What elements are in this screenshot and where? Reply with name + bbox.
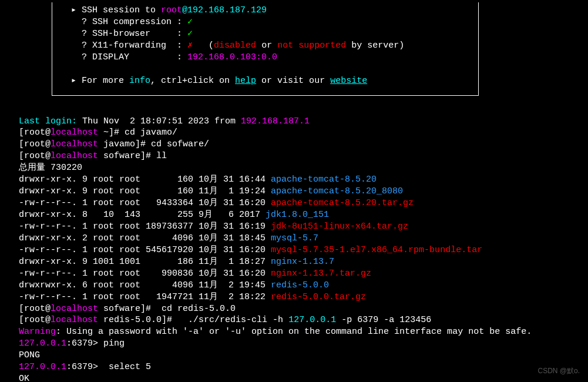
ok-line: OK (19, 373, 588, 382)
display-line: ? DISPLAY : 192.168.0.103:0.0 (71, 52, 469, 63)
terminal-output[interactable]: ▸ SSH session to root@192.168.187.129 ? … (0, 0, 588, 382)
website-link[interactable]: website (330, 76, 367, 86)
redis-select: 127.0.0.1:6379> select 5 (19, 361, 588, 373)
prompt-cd-redis: [root@localhost sofware]# cd redis-5.0.0 (19, 303, 588, 315)
ssh-session-line: ▸ SSH session to root@192.168.187.129 (71, 5, 469, 16)
file-name: nginx-1.13.7 (271, 257, 334, 267)
file-name: redis-5.0.0.tar.gz (271, 292, 366, 302)
file-name: jdk-8u151-linux-x64.tar.gz (271, 222, 408, 232)
prompt-cd-sofware: [root@localhost javamo]# cd sofware/ (19, 139, 588, 150)
ls-row: -rw-r--r--. 1 root root 9433364 10月 31 1… (19, 197, 588, 209)
ls-row: -rw-r--r--. 1 root root 990836 10月 31 16… (19, 268, 588, 280)
ls-row: -rw-r--r--. 1 root root 545617920 10月 31… (19, 244, 588, 256)
ls-row: -rw-r--r--. 1 root root 1947721 11月 2 18… (19, 291, 588, 303)
ssh-browser-line: ? SSH-browser : ✓ (71, 28, 469, 40)
ls-output: drwxr-xr-x. 9 root root 160 10月 31 16:44… (19, 174, 588, 303)
ls-row: drwxr-xr-x. 9 1001 1001 186 11月 1 18:27 … (19, 256, 588, 268)
pong-line: PONG (19, 350, 588, 361)
more-info-line: ▸ For more info, ctrl+click on help or v… (71, 75, 469, 87)
ls-row: drwxr-xr-x. 9 root root 160 11月 1 19:24 … (19, 186, 588, 197)
ls-row: drwxr-xr-x. 8 10 143 255 9月 6 2017 jdk1.… (19, 209, 588, 221)
file-name: nginx-1.13.7.tar.gz (271, 269, 371, 279)
ssh-info-box: ▸ SSH session to root@192.168.187.129 ? … (52, 2, 479, 96)
file-name: mysql-5.7.35-1.el7.x86_64.rpm-bundle.tar (271, 245, 482, 255)
prompt-ll: [root@localhost sofware]# ll (19, 150, 588, 162)
ls-row: drwxrwxr-x. 6 root root 4096 11月 2 19:45… (19, 280, 588, 291)
ls-row: drwxr-xr-x. 9 root root 160 10月 31 16:44… (19, 174, 588, 186)
total-line: 总用量 730220 (19, 162, 588, 174)
file-name: jdk1.8.0_151 (266, 210, 329, 220)
prompt-cd-javamo: [root@localhost ~]# cd javamo/ (19, 127, 588, 139)
file-name: mysql-5.7 (271, 233, 318, 243)
warning-line: Warning: Using a password with '-a' or '… (19, 326, 588, 338)
redis-ping: 127.0.0.1:6379> ping (19, 338, 588, 350)
file-name: apache-tomcat-8.5.20.tar.gz (271, 198, 414, 208)
file-name: apache-tomcat-8.5.20_8080 (271, 186, 403, 196)
help-link[interactable]: help (235, 76, 256, 86)
file-name: apache-tomcat-8.5.20 (271, 175, 377, 185)
x11-forwarding-line: ? X11-forwarding : ✗ (disabled or not su… (71, 40, 469, 52)
file-name: redis-5.0.0 (271, 280, 329, 290)
ls-row: drwxr-xr-x. 2 root root 4096 10月 31 18:4… (19, 233, 588, 244)
ssh-compression-line: ? SSH compression : ✓ (71, 16, 469, 28)
prompt-redis-cli: [root@localhost redis-5.0.0]# ./src/redi… (19, 314, 588, 326)
watermark: CSDN @默o. (537, 367, 580, 376)
last-login-line: Last login: Thu Nov 2 18:07:51 2023 from… (19, 116, 588, 128)
ls-row: -rw-r--r--. 1 root root 189736377 10月 31… (19, 221, 588, 233)
